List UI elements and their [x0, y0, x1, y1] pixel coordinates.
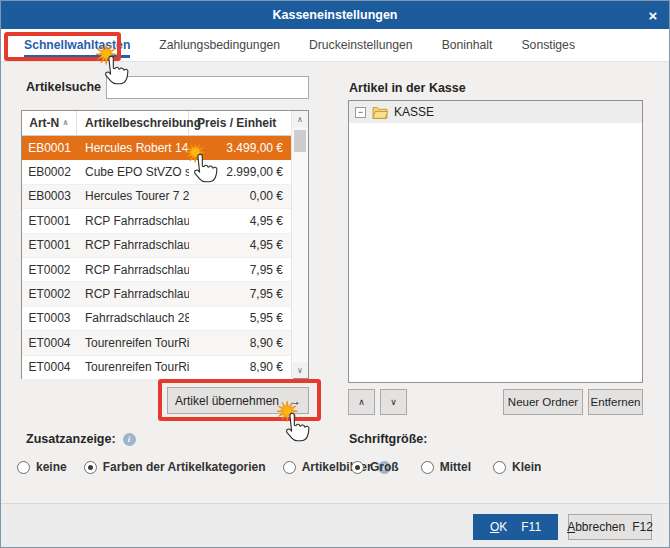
- table-body: EB0001 Hercules Robert 14 F 3.499,00 € E…: [22, 136, 308, 380]
- scroll-up-icon[interactable]: ∧: [292, 111, 308, 127]
- info-icon[interactable]: i: [123, 433, 136, 446]
- tab-sonstiges[interactable]: Sonstiges: [521, 29, 575, 61]
- tab-druckeinstellungen[interactable]: Druckeinstellungen: [309, 29, 413, 61]
- abbrechen-fkey: F12: [632, 520, 653, 534]
- tab-schnellwahltasten[interactable]: Schnellwahltasten: [24, 29, 130, 61]
- chevron-down-icon: ∨: [390, 397, 397, 407]
- chevron-up-icon: ∧: [358, 397, 365, 407]
- radio-icon: [283, 461, 296, 474]
- radio-klein[interactable]: Klein: [493, 460, 541, 474]
- kasse-tree: − KASSE: [348, 100, 643, 383]
- sort-ascending-icon: ∧: [62, 119, 69, 127]
- open-folder-icon: [372, 106, 388, 119]
- column-header-preis[interactable]: Preis / Einheit: [189, 111, 293, 135]
- schriftgroesse-options: Groß Mittel Klein: [351, 460, 541, 474]
- artikel-in-der-kasse-label: Artikel in der Kasse: [349, 81, 466, 95]
- radio-farben-der-artikelkategorien[interactable]: Farben der Artikelkategorien: [84, 460, 266, 474]
- tab-boninhalt[interactable]: Boninhalt: [442, 29, 493, 61]
- dialog-footer: OK F11 Abbrechen F12: [1, 503, 669, 547]
- move-up-button[interactable]: ∧: [348, 389, 375, 415]
- table-row[interactable]: EB0003 Hercules Tourer 7 28 0,00 €: [22, 185, 293, 209]
- dialog-title: Kasseneinstellungen: [272, 8, 397, 22]
- table-scrollbar[interactable]: ∧ ∨: [291, 111, 308, 378]
- radio-icon: [84, 461, 97, 474]
- entfernen-button[interactable]: Entfernen: [588, 389, 643, 415]
- abbrechen-label: Abbrechen: [567, 520, 625, 534]
- article-table: Art-N ∧ Artikelbeschreibung Preis / Einh…: [21, 110, 309, 379]
- radio-keine[interactable]: keine: [17, 460, 67, 474]
- arrow-right-icon: →: [289, 394, 301, 408]
- zusatzanzeige-label: Zusatzanzeige: i: [26, 432, 136, 446]
- column-header-artnr[interactable]: Art-N ∧: [22, 111, 77, 135]
- radio-icon: [493, 461, 506, 474]
- table-row[interactable]: EB0002 Cube EPO StVZO sha 2.999,00 €: [22, 160, 293, 184]
- table-header: Art-N ∧ Artikelbeschreibung Preis / Einh…: [22, 111, 293, 136]
- kasseneinstellungen-dialog: Kasseneinstellungen × Schnellwahltasten …: [0, 0, 670, 548]
- tree-root-kasse[interactable]: − KASSE: [349, 101, 642, 123]
- ok-label: OK: [490, 520, 507, 534]
- scrollbar-thumb[interactable]: [294, 130, 306, 152]
- table-row[interactable]: ET0001 RCP Fahrradschlauch 4,95 €: [22, 209, 293, 233]
- radio-icon: [17, 461, 30, 474]
- column-header-beschreibung[interactable]: Artikelbeschreibung: [77, 111, 189, 135]
- radio-gross[interactable]: Groß: [351, 460, 399, 474]
- scroll-down-icon[interactable]: ∨: [292, 362, 308, 378]
- title-bar: Kasseneinstellungen ×: [1, 1, 669, 29]
- tab-zahlungsbedingungen[interactable]: Zahlungsbedingungen: [159, 29, 280, 61]
- radio-icon: [351, 461, 364, 474]
- table-row[interactable]: ET0002 RCP Fahrradschlauch 7,95 €: [22, 258, 293, 282]
- neuer-ordner-button[interactable]: Neuer Ordner: [503, 389, 583, 415]
- search-input[interactable]: [106, 76, 309, 99]
- artikelsuche-label: Artikelsuche: [26, 80, 101, 94]
- collapse-icon[interactable]: −: [355, 107, 366, 118]
- move-down-button[interactable]: ∨: [380, 389, 407, 415]
- zusatzanzeige-options: keine Farben der Artikelkategorien Artik…: [17, 460, 391, 474]
- ok-button[interactable]: OK F11: [473, 514, 558, 540]
- radio-mittel[interactable]: Mittel: [421, 460, 471, 474]
- table-row[interactable]: ET0002 RCP Fahrradschlauch 7,95 €: [22, 282, 293, 306]
- table-row[interactable]: EB0001 Hercules Robert 14 F 3.499,00 €: [22, 136, 293, 160]
- ok-fkey: F11: [521, 520, 541, 534]
- schriftgroesse-label: Schriftgröße:: [349, 432, 427, 446]
- artikel-uebernehmen-button[interactable]: Artikel übernehmen →: [167, 387, 309, 414]
- tab-bar: Schnellwahltasten Zahlungsbedingungen Dr…: [1, 29, 669, 62]
- table-row[interactable]: ET0004 Tourenreifen TourRid 8,90 €: [22, 331, 293, 355]
- radio-icon: [421, 461, 434, 474]
- table-row[interactable]: ET0001 RCP Fahrradschlauch 4,95 €: [22, 234, 293, 258]
- abbrechen-button[interactable]: Abbrechen F12: [568, 514, 652, 540]
- close-icon[interactable]: ×: [637, 1, 669, 29]
- table-row[interactable]: ET0004 Tourenreifen TourRid 8,90 €: [22, 356, 293, 380]
- table-row[interactable]: ET0003 Fahrradschlauch 28 2 5,95 €: [22, 307, 293, 331]
